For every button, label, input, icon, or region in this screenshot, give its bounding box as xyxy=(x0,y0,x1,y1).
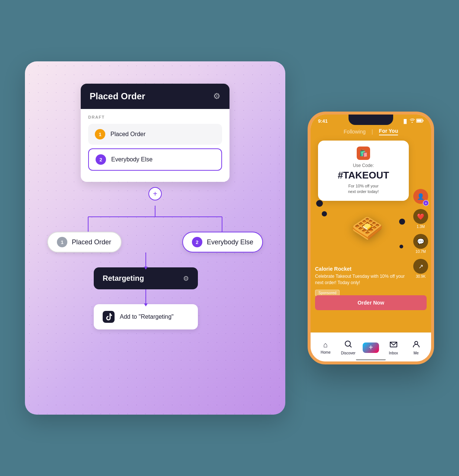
nav-inbox[interactable]: Inbox xyxy=(384,340,403,355)
like-button[interactable]: ❤️ xyxy=(413,209,428,224)
branch-label-everybody-else: Everybody Else xyxy=(207,238,253,246)
tab-divider: | xyxy=(372,129,373,135)
phone-notch xyxy=(349,115,393,125)
plus-button[interactable]: + xyxy=(363,342,379,353)
add-to-label: Add to "Retargeting" xyxy=(120,313,174,320)
discover-icon xyxy=(344,340,352,350)
arrow-head-1 xyxy=(144,267,148,270)
badge-2: 2 xyxy=(96,154,106,165)
branch-badge-1: 1 xyxy=(57,237,67,247)
gear-icon-card[interactable]: ⚙ xyxy=(213,91,221,101)
video-creator: Calorie Rocket xyxy=(315,266,409,272)
notch-area xyxy=(311,115,431,125)
branch-area: 1 Placed Order 2 Everybody Else xyxy=(47,206,263,329)
nav-home[interactable]: ⌂ Home xyxy=(316,341,335,354)
me-icon xyxy=(412,340,420,350)
arrow-head-2 xyxy=(144,303,148,306)
profile-button[interactable]: 👤 + xyxy=(413,189,428,204)
like-section: ❤️ 1.3M xyxy=(413,209,428,229)
share-button[interactable]: ↗ xyxy=(413,259,428,274)
main-scene: Placed Order ⚙ DRAFT 1 Placed Order 2 Ev… xyxy=(25,33,434,443)
order-now-button[interactable]: Order Now xyxy=(315,295,427,310)
video-description: Celebrate Takeout Tuesday with 10% off y… xyxy=(315,273,409,286)
retargeting-label: Retargeting xyxy=(103,274,144,283)
gear-icon-retargeting[interactable]: ⚙ xyxy=(183,274,189,283)
comment-count: 10.7M xyxy=(415,250,426,254)
workflow-panel: Placed Order ⚙ DRAFT 1 Placed Order 2 Ev… xyxy=(25,61,285,415)
nav-me[interactable]: Me xyxy=(407,340,426,355)
phone-screen: 9:41 ▐▌ xyxy=(311,115,431,332)
phone-wrapper: 9:41 ▐▌ xyxy=(308,112,434,364)
nav-plus[interactable]: + xyxy=(362,342,380,353)
add-connector-button[interactable]: + xyxy=(148,187,162,200)
tab-for-you[interactable]: For You xyxy=(379,128,398,135)
berry-2 xyxy=(322,211,327,216)
svg-point-7 xyxy=(345,341,350,346)
segment-row-2[interactable]: 2 Everybody Else xyxy=(88,148,222,171)
plus-badge: + xyxy=(423,200,429,206)
branch-nodes: 1 Placed Order 2 Everybody Else xyxy=(47,232,263,253)
berry-3 xyxy=(399,219,405,225)
segment-card: Placed Order ⚙ DRAFT 1 Placed Order 2 Ev… xyxy=(81,84,230,182)
branch-lines-svg xyxy=(47,206,263,232)
promo-description: For 10% off yournext order today! xyxy=(325,183,401,195)
promo-use-code: Use Code: xyxy=(325,163,401,168)
promo-bag-icon: 🛍️ xyxy=(357,147,370,160)
branch-node-everybody-else[interactable]: 2 Everybody Else xyxy=(182,232,263,253)
nav-inbox-label: Inbox xyxy=(389,351,398,355)
right-branch-area: Retargeting ⚙ xyxy=(47,253,263,329)
tiktok-tabs: Following | For You xyxy=(311,125,431,138)
segment-card-header: Placed Order ⚙ xyxy=(81,84,230,109)
nav-discover-label: Discover xyxy=(341,351,356,355)
branch-badge-2: 2 xyxy=(192,237,202,247)
segment-card-body: DRAFT 1 Placed Order 2 Everybody Else xyxy=(81,109,230,182)
add-to-retargeting-card[interactable]: Add to "Retargeting" xyxy=(94,304,198,329)
berry-5 xyxy=(399,245,403,248)
nav-me-label: Me xyxy=(414,351,419,355)
side-icons: 👤 + ❤️ 1.3M 💬 10.7M ↗ 30.9K xyxy=(413,189,428,279)
arrow-line-1 xyxy=(145,253,146,267)
segment-row-label-2: Everybody Else xyxy=(111,156,153,163)
draft-label: DRAFT xyxy=(88,115,222,119)
svg-point-9 xyxy=(415,341,418,344)
promo-card: 🛍️ Use Code: #TAKEOUT For 10% off yourne… xyxy=(318,141,409,201)
segment-card-title: Placed Order xyxy=(90,91,145,102)
segment-row-label-1: Placed Order xyxy=(110,131,145,138)
retargeting-card[interactable]: Retargeting ⚙ xyxy=(94,267,198,289)
svg-line-8 xyxy=(350,345,352,347)
like-count: 1.3M xyxy=(417,225,425,229)
inbox-icon xyxy=(389,340,398,350)
arrow-line-2 xyxy=(145,289,146,304)
tiktok-icon xyxy=(103,311,115,323)
home-icon: ⌂ xyxy=(323,341,328,349)
comment-button[interactable]: 💬 xyxy=(413,234,428,249)
segment-row-1[interactable]: 1 Placed Order xyxy=(88,124,222,145)
branch-label-placed-order: Placed Order xyxy=(72,238,111,246)
share-count: 30.9K xyxy=(416,274,426,279)
berry-1 xyxy=(316,200,323,207)
branch-node-placed-order[interactable]: 1 Placed Order xyxy=(47,232,122,253)
badge-1: 1 xyxy=(95,129,105,139)
bottom-nav: ⌂ Home Discover + xyxy=(311,332,431,359)
share-section: ↗ 30.9K xyxy=(413,259,428,279)
right-branch: Retargeting ⚙ xyxy=(47,253,244,329)
comment-section: 💬 10.7M xyxy=(413,234,428,254)
profile-icon: 👤 xyxy=(417,193,424,200)
home-indicator-bar xyxy=(311,359,431,361)
nav-home-label: Home xyxy=(321,350,331,354)
phone-frame: 9:41 ▐▌ xyxy=(308,112,434,364)
tab-following[interactable]: Following xyxy=(344,129,366,135)
nav-discover[interactable]: Discover xyxy=(339,340,357,355)
promo-code: #TAKEOUT xyxy=(325,170,401,181)
